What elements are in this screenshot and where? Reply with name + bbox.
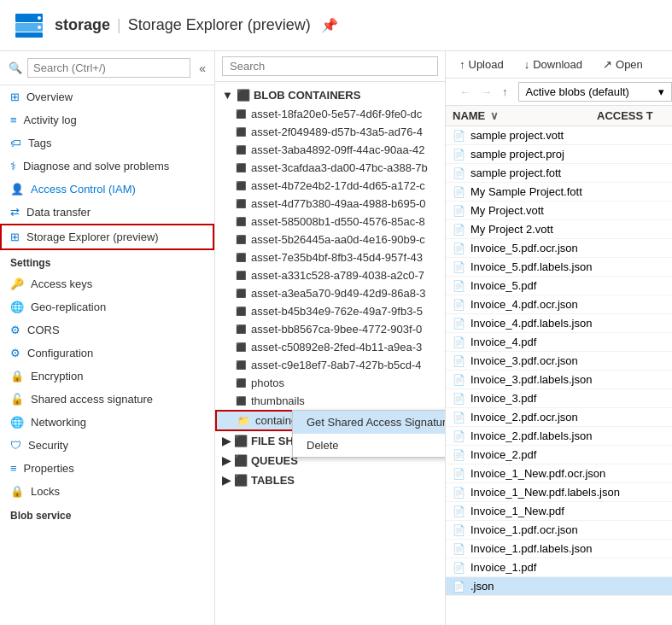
sidebar-item-encryption[interactable]: 🔒 Encryption (0, 365, 214, 388)
file-icon: 📄 (453, 261, 465, 273)
file-row: 📄sample project.vott (446, 126, 672, 145)
svg-point-3 (38, 16, 41, 20)
blob-item-icon: ⬛ (236, 289, 246, 298)
lock-icon: 🔒 (10, 370, 24, 383)
expand-icon: ▶ (222, 454, 231, 467)
file-icon: 📄 (453, 374, 465, 386)
sidebar-search-input[interactable] (27, 58, 190, 78)
sidebar-item-locks[interactable]: 🔒 Locks (0, 480, 214, 503)
sidebar-item-networking[interactable]: 🌐 Networking (0, 411, 214, 434)
file-icon: 📄 (453, 430, 465, 442)
tree-item-blob-6[interactable]: ⬛ asset-585008b1-d550-4576-85ac-8 (215, 213, 445, 231)
file-table-header: NAME ∨ ACCESS T (446, 106, 672, 126)
tree-item-blob-0[interactable]: ⬛ asset-18fa20e0-5e57-4d6f-9fe0-dc (215, 105, 445, 123)
context-menu-item-get-sas[interactable]: Get Shared Access Signature (293, 411, 445, 434)
blob-item-icon: ⬛ (236, 145, 246, 155)
file-icon: 📄 (453, 186, 465, 198)
file-icon: 📄 (453, 205, 465, 217)
expand-icon: ▶ (222, 474, 231, 487)
nav-back-button[interactable]: ← (456, 84, 474, 100)
sidebar-item-storage-explorer[interactable]: ⊞ Storage Explorer (preview) (0, 224, 214, 250)
sidebar-item-access-keys[interactable]: 🔑 Access keys (0, 272, 214, 295)
blob-containers-header: ▼ ⬛ BLOB CONTAINERS (215, 85, 445, 105)
tree-item-photos[interactable]: ⬛ photos (215, 374, 445, 392)
tree-item-blob-11[interactable]: ⬛ asset-b45b34e9-762e-49a7-9fb3-5 (215, 302, 445, 320)
tree-item-blob-14[interactable]: ⬛ asset-c9e18ef7-8ab7-427b-b5cd-4 (215, 356, 445, 374)
blob-item-icon: ⬛ (236, 342, 246, 352)
tree-item-blob-12[interactable]: ⬛ asset-bb8567ca-9bee-4772-903f-0 (215, 320, 445, 338)
blob-item-icon: ⬛ (236, 235, 246, 244)
blob-item-icon: ⬛ (236, 109, 246, 119)
sidebar-item-shared-access-signature[interactable]: 🔓 Shared access signature (0, 388, 214, 411)
file-table: NAME ∨ ACCESS T 📄sample project.vott 📄sa… (446, 106, 672, 625)
sidebar-item-cors[interactable]: ⚙ CORS (0, 318, 214, 342)
sidebar-item-overview[interactable]: ⊞ Overview (0, 85, 214, 108)
tree-item-blob-10[interactable]: ⬛ asset-a3ea5a70-9d49-42d9-86a8-3 (215, 284, 445, 302)
file-row: 📄Invoice_4.pdf.labels.json (446, 314, 672, 333)
tree-item-blob-1[interactable]: ⬛ asset-2f049489-d57b-43a5-ad76-4 (215, 123, 445, 141)
sidebar-item-properties[interactable]: ≡ Properties (0, 457, 214, 480)
upload-icon: ↑ (459, 58, 465, 71)
file-row: 📄Invoice_2.pdf.labels.json (446, 427, 672, 446)
blob-item-icon: ⬛ (236, 307, 246, 316)
blob-item-icon: ⬛ (236, 253, 246, 262)
file-row: 📄sample project.proj (446, 145, 672, 164)
tree-item-thumbnails[interactable]: ⬛ thumbnails (215, 392, 445, 410)
cors-icon: ⚙ (10, 324, 20, 336)
file-icon: 📄 (453, 280, 465, 292)
blob-item-icon: ⬛ (236, 163, 246, 172)
upload-button[interactable]: ↑ Upload (456, 56, 507, 73)
sidebar-item-configuration[interactable]: ⚙ Configuration (0, 342, 214, 365)
open-button[interactable]: ↗ Open (599, 56, 646, 73)
tree-item-blob-8[interactable]: ⬛ asset-7e35b4bf-8fb3-45d4-957f-43 (215, 248, 445, 266)
tree-search-input[interactable] (222, 56, 438, 76)
sidebar-item-diagnose[interactable]: ⚕ Diagnose and solve problems (0, 155, 214, 178)
file-icon: 📄 (453, 524, 465, 536)
tree-item-blob-2[interactable]: ⬛ asset-3aba4892-09ff-44ac-90aa-42 (215, 141, 445, 159)
file-row: 📄My Project 2.vott (446, 220, 672, 239)
sidebar-item-geo-replication[interactable]: 🌐 Geo-replication (0, 295, 214, 318)
file-row: 📄My Sample Project.fott (446, 183, 672, 202)
queues-icon: ⬛ (234, 454, 248, 467)
file-icon: 📄 (453, 562, 465, 574)
file-icon: 📄 (453, 336, 465, 348)
file-icon: 📄 (453, 318, 465, 330)
file-icon: 📄 (453, 299, 465, 311)
tree-item-blob-13[interactable]: ⬛ asset-c50892e8-2fed-4b11-a9ea-3 (215, 338, 445, 356)
download-button[interactable]: ↓ Download (521, 56, 586, 73)
key-icon: 🔑 (10, 277, 24, 290)
context-menu-item-delete[interactable]: Delete (293, 434, 445, 457)
tree-item-blob-3[interactable]: ⬛ asset-3cafdaa3-da00-47bc-a388-7b (215, 159, 445, 177)
file-row: 📄Invoice_1_New.pdf.labels.json (446, 483, 672, 502)
sidebar-item-access-control[interactable]: 👤 Access Control (IAM) (0, 178, 214, 201)
file-toolbar: ↑ Upload ↓ Download ↗ Open (446, 51, 672, 79)
blob-item-icon: ⬛ (236, 271, 246, 280)
file-row: 📄Invoice_3.pdf (446, 389, 672, 408)
explorer-icon: ⊞ (10, 231, 20, 243)
file-row: 📄sample project.fott (446, 164, 672, 183)
file-icon: 📄 (453, 224, 465, 236)
pin-icon[interactable]: 📌 (321, 17, 338, 33)
file-icon: 📄 (453, 581, 465, 593)
sidebar-item-data-transfer[interactable]: ⇄ Data transfer (0, 201, 214, 224)
tree-item-blob-9[interactable]: ⬛ asset-a331c528-a789-4038-a2c0-7 (215, 266, 445, 284)
expand-icon: ▶ (222, 435, 231, 447)
signature-icon: 🔓 (10, 393, 24, 406)
sidebar-search-bar: 🔍 « (0, 51, 214, 85)
tree-item-blob-7[interactable]: ⬛ asset-5b26445a-aa0d-4e16-90b9-c (215, 231, 445, 248)
tables-header[interactable]: ▶ ⬛ TABLES (215, 470, 445, 490)
tree-item-blob-5[interactable]: ⬛ asset-4d77b380-49aa-4988-b695-0 (215, 195, 445, 213)
open-icon: ↗ (603, 58, 612, 71)
nav-up-button[interactable]: ↑ (499, 84, 511, 100)
file-row: 📄Invoice_1_New.pdf (446, 502, 672, 521)
tree-item-blob-4[interactable]: ⬛ asset-4b72e4b2-17dd-4d65-a172-c (215, 177, 445, 195)
blob-dropdown[interactable]: Active blobs (default) ▾ (518, 82, 672, 102)
file-icon: 📄 (453, 468, 465, 480)
nav-forward-button[interactable]: → (477, 84, 495, 100)
sidebar-item-tags[interactable]: 🏷 Tags (0, 131, 214, 155)
tree-panel: ▼ ⬛ BLOB CONTAINERS ⬛ asset-18fa20e0-5e5… (215, 51, 446, 625)
sidebar-item-activity-log[interactable]: ≡ Activity log (0, 108, 214, 131)
collapse-sidebar-button[interactable]: « (199, 61, 206, 75)
sidebar-item-security[interactable]: 🛡 Security (0, 434, 214, 457)
file-icon: 📄 (453, 543, 465, 555)
